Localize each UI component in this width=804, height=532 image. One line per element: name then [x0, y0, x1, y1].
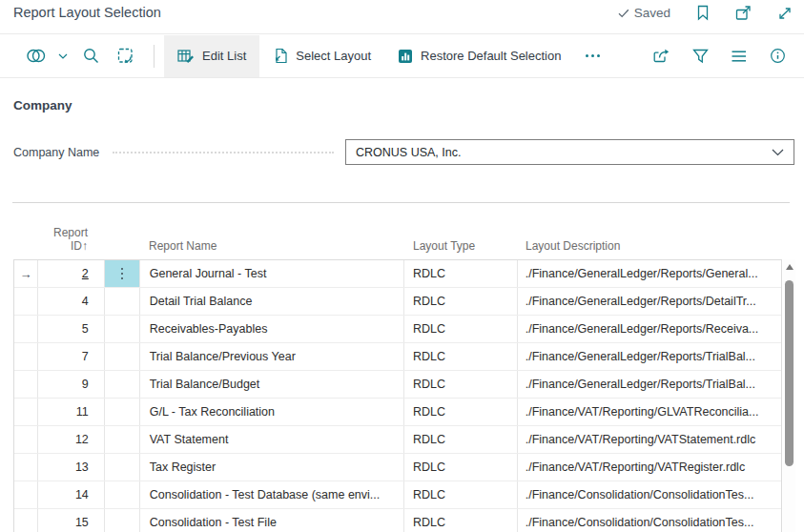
restore-default-selection-button[interactable]: Restore Default Selection: [384, 35, 574, 77]
report-name-cell[interactable]: Consolidation - Test File: [140, 509, 404, 532]
analyze-icon[interactable]: [117, 48, 134, 64]
report-name-cell[interactable]: Trial Balance/Previous Year: [140, 343, 404, 370]
edit-list-label: Edit List: [202, 49, 246, 63]
table-row[interactable]: 14 Consolidation - Test Database (same e…: [14, 481, 781, 509]
report-name-cell[interactable]: Detail Trial Balance: [140, 288, 404, 315]
bookmark-icon[interactable]: [696, 5, 710, 21]
row-selector-cell[interactable]: [14, 481, 38, 508]
vertical-ellipsis-icon[interactable]: [105, 260, 140, 287]
table-row[interactable]: 7 Trial Balance/Previous Year RDLC ./Fin…: [14, 343, 781, 371]
layout-type-cell[interactable]: RDLC: [404, 509, 518, 532]
report-id-cell[interactable]: 9: [38, 371, 105, 398]
row-options-cell[interactable]: [105, 481, 140, 508]
report-name-cell[interactable]: Consolidation - Test Database (same envi…: [140, 481, 404, 508]
restore-default-label: Restore Default Selection: [421, 49, 561, 63]
edit-list-button[interactable]: Edit List: [164, 35, 259, 77]
select-layout-label: Select Layout: [296, 49, 371, 63]
layout-description-cell[interactable]: ./Finance/GeneralLedger/Reports/TrialBal…: [518, 343, 781, 370]
layout-type-cell[interactable]: RDLC: [404, 260, 518, 287]
layout-type-cell[interactable]: RDLC: [404, 316, 518, 342]
layout-type-cell[interactable]: RDLC: [404, 454, 518, 481]
view-options-icon[interactable]: [731, 50, 748, 63]
column-header-layout-description[interactable]: Layout Description: [518, 239, 782, 253]
report-name-cell[interactable]: General Journal - Test: [140, 260, 404, 287]
company-name-combobox[interactable]: CRONUS USA, Inc.: [345, 139, 794, 165]
report-id-cell[interactable]: 7: [38, 343, 105, 370]
layout-type-cell[interactable]: RDLC: [404, 426, 518, 453]
row-selector-cell[interactable]: [14, 454, 38, 481]
report-id-cell[interactable]: 4: [38, 288, 105, 315]
scrollbar-thumb[interactable]: [785, 280, 794, 466]
layout-description-cell[interactable]: ./Finance/VAT/Reporting/VATRegister.rdlc: [518, 454, 781, 481]
popout-icon[interactable]: [735, 6, 752, 21]
table-row[interactable]: 9 Trial Balance/Budget RDLC ./Finance/Ge…: [14, 371, 781, 399]
report-id-cell[interactable]: 15: [38, 509, 105, 532]
report-name-cell[interactable]: G/L - Tax Reconciliation: [140, 399, 404, 425]
scroll-up-icon[interactable]: [786, 264, 794, 270]
search-icon[interactable]: [83, 48, 99, 64]
report-id-cell[interactable]: 12: [38, 426, 105, 453]
layout-description-cell[interactable]: ./Finance/GeneralLedger/Reports/General.…: [518, 260, 781, 287]
sort-ascending-icon: ↑: [82, 239, 88, 253]
report-id-cell[interactable]: 14: [38, 481, 105, 508]
row-selector-cell[interactable]: →: [14, 260, 38, 287]
check-icon: [618, 9, 629, 18]
layout-description-cell[interactable]: ./Finance/GeneralLedger/Reports/DetailTr…: [518, 288, 781, 315]
vertical-scrollbar[interactable]: [783, 259, 795, 532]
report-name-cell[interactable]: Tax Register: [140, 454, 404, 481]
layout-type-cell[interactable]: RDLC: [404, 399, 518, 425]
layout-type-cell[interactable]: RDLC: [404, 343, 518, 370]
layout-description-cell[interactable]: ./Finance/Consolidation/ConsolidationTes…: [518, 481, 781, 508]
table-row[interactable]: 11 G/L - Tax Reconciliation RDLC ./Finan…: [14, 399, 781, 426]
table-row[interactable]: 4 Detail Trial Balance RDLC ./Finance/Ge…: [14, 288, 781, 316]
report-name-cell[interactable]: VAT Statement: [140, 426, 404, 453]
column-header-layout-type[interactable]: Layout Type: [404, 239, 518, 253]
layout-description-cell[interactable]: ./Finance/GeneralLedger/Reports/Receiva.…: [518, 316, 781, 342]
row-selector-cell[interactable]: [14, 426, 38, 453]
row-selector-cell[interactable]: [14, 343, 38, 370]
report-name-cell[interactable]: Trial Balance/Budget: [140, 371, 404, 398]
table-row[interactable]: 12 VAT Statement RDLC ./Finance/VAT/Repo…: [14, 426, 781, 454]
report-id-cell[interactable]: 13: [38, 454, 105, 481]
column-header-report-id[interactable]: Report ID↑: [37, 226, 104, 253]
row-selector-cell[interactable]: [14, 399, 38, 425]
toolbar-right-actions: [652, 48, 791, 64]
share-icon[interactable]: [652, 48, 670, 64]
column-header-report-name[interactable]: Report Name: [139, 239, 404, 253]
row-options-cell[interactable]: [105, 343, 140, 370]
table-row[interactable]: 5 Receivables-Payables RDLC ./Finance/Ge…: [14, 316, 781, 343]
expand-icon[interactable]: [777, 6, 793, 21]
row-options-cell[interactable]: [105, 316, 140, 342]
layout-description-cell[interactable]: ./Finance/GeneralLedger/Reports/TrialBal…: [518, 371, 781, 398]
report-name-cell[interactable]: Receivables-Payables: [140, 316, 404, 342]
table-row[interactable]: 15 Consolidation - Test File RDLC ./Fina…: [14, 509, 781, 532]
saved-indicator: Saved: [618, 6, 670, 20]
row-options-cell[interactable]: [105, 509, 140, 532]
row-options-cell[interactable]: [105, 371, 140, 398]
pages-icon[interactable]: [27, 48, 68, 64]
row-selector-cell[interactable]: [14, 371, 38, 398]
filter-icon[interactable]: [692, 49, 709, 64]
layout-description-cell[interactable]: ./Finance/Consolidation/ConsolidationTes…: [518, 509, 781, 532]
report-id-cell[interactable]: 2: [38, 260, 105, 287]
row-selector-cell[interactable]: [14, 509, 38, 532]
layout-type-cell[interactable]: RDLC: [404, 288, 518, 315]
table-row[interactable]: → 2 General Journal - Test RDLC ./Financ…: [14, 260, 781, 288]
row-selector-cell[interactable]: [14, 316, 38, 342]
info-icon[interactable]: [770, 48, 786, 64]
grid-header: Report ID↑ Report Name Layout Type Layou…: [13, 215, 782, 259]
table-row[interactable]: 13 Tax Register RDLC ./Finance/VAT/Repor…: [14, 454, 781, 481]
row-options-cell[interactable]: [105, 288, 140, 315]
layout-description-cell[interactable]: ./Finance/VAT/Reporting/VATStatement.rdl…: [518, 426, 781, 453]
layout-type-cell[interactable]: RDLC: [404, 371, 518, 398]
report-id-cell[interactable]: 5: [38, 316, 105, 342]
row-options-cell[interactable]: [105, 399, 140, 425]
report-id-cell[interactable]: 11: [38, 399, 105, 425]
row-options-cell[interactable]: [105, 426, 140, 453]
row-options-cell[interactable]: [105, 454, 140, 481]
layout-type-cell[interactable]: RDLC: [404, 481, 518, 508]
more-options-icon[interactable]: [580, 49, 606, 63]
layout-description-cell[interactable]: ./Finance/VAT/Reporting/GLVATReconcilia.…: [518, 399, 781, 425]
select-layout-button[interactable]: Select Layout: [259, 35, 384, 77]
row-selector-cell[interactable]: [14, 288, 38, 315]
